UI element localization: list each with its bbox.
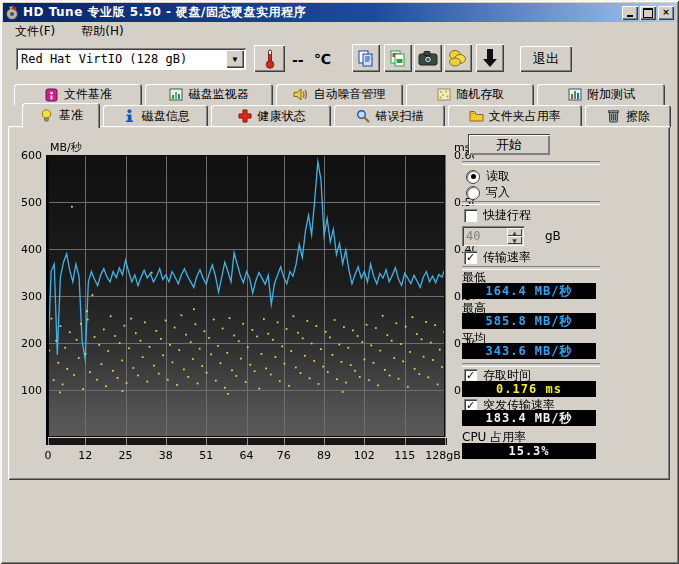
tab-folder-usage[interactable]: 文件夹占用率 [448,105,583,127]
tab-disk-monitor[interactable]: 磁盘监视器 [145,84,273,105]
transfer-rate-row[interactable]: ✓ 传输速率 [464,249,531,266]
short-stroke-label: 快捷行程 [483,207,531,224]
app-icon [5,6,19,20]
tab-label: 健康状态 [257,108,305,125]
maximize-icon [643,8,653,18]
start-button[interactable]: 开始 [468,134,550,155]
tab-error-scan[interactable]: 错误扫描 [334,105,444,127]
close-icon: × [662,8,670,17]
access-time-display: 0.176 ms [462,381,596,397]
tab-erase[interactable]: 擦除 [585,105,671,127]
tab-label: 擦除 [626,108,650,125]
tab-benchmark[interactable]: 基准 [22,103,100,128]
menu-bar: 文件(F) 帮助(H) [3,22,676,40]
tab-label: 附加测试 [587,86,635,103]
minimize-button[interactable] [622,6,638,20]
down-arrow-icon [482,48,498,68]
stepper-up-icon[interactable]: ▲ [507,228,522,236]
cpu-usage-display: 15.3% [462,443,596,459]
write-radio[interactable] [466,186,480,200]
tab-file-benchmark[interactable]: 文件基准 [14,84,142,105]
tab-random-access[interactable]: 随机存取 [406,84,534,105]
drive-select[interactable]: Red Hat VirtIO (128 gB) ▼ [16,48,246,70]
tab-row-secondary: 文件基准 磁盘监视器 自动噪音管理 随机存取 附加测试 [14,84,665,105]
coins-icon [448,49,468,67]
health-cross-icon [237,109,252,123]
copy-image-button[interactable] [384,44,412,72]
benchmark-chart [14,140,474,462]
chevron-down-icon[interactable]: ▼ [226,50,244,68]
capacity-unit: gB [545,229,561,243]
separator [462,161,600,165]
transfer-rate-label: 传输速率 [483,249,531,266]
temperature-value: -- [292,52,304,68]
short-stroke-row[interactable]: 快捷行程 [464,207,531,224]
file-benchmark-icon [44,88,59,102]
tab-label: 磁盘监视器 [189,86,249,103]
title-bar[interactable]: HD Tune 专业版 5.50 - 硬盘/固态硬盘实用程序 × [3,3,676,22]
tab-label: 文件基准 [64,86,112,103]
drive-select-value: Red Hat VirtIO (128 gB) [16,52,224,66]
tab-disk-info[interactable]: 磁盘信息 [103,105,208,127]
close-button[interactable]: × [658,6,674,20]
speaker-icon [293,88,308,102]
stepper-down-icon[interactable]: ▼ [507,236,522,244]
tab-label: 基准 [59,107,83,124]
disk-monitor-icon [169,88,184,102]
max-speed-display: 585.8 MB/秒 [462,313,596,329]
tab-label: 错误扫描 [375,108,423,125]
tab-label: 随机存取 [456,86,504,103]
temperature-unit: ℃ [314,51,331,67]
copy-image-icon [389,49,407,67]
copy-icon [357,49,375,67]
read-radio-label: 读取 [486,168,510,185]
read-radio[interactable] [466,170,480,184]
avg-speed-display: 343.6 MB/秒 [462,343,596,359]
info-icon [122,109,137,123]
download-button[interactable] [476,44,504,72]
separator [462,201,600,205]
trash-icon [606,109,621,123]
menu-help[interactable]: 帮助(H) [77,22,127,41]
random-access-icon [436,88,451,102]
maximize-button[interactable] [640,6,656,20]
screenshot-button[interactable] [414,44,442,72]
transfer-rate-checkbox[interactable]: ✓ [464,251,477,264]
capacity-stepper[interactable]: 40 ▲▼ [462,226,524,246]
extra-tests-icon [567,88,582,102]
exit-button[interactable]: 退出 [520,46,572,72]
write-radio-row[interactable]: 写入 [466,184,510,201]
capacity-value: 40 [462,229,507,243]
write-radio-label: 写入 [486,184,510,201]
read-radio-row[interactable]: 读取 [466,168,510,185]
menu-file[interactable]: 文件(F) [11,22,59,41]
short-stroke-checkbox[interactable] [464,209,477,222]
tab-extra-tests[interactable]: 附加测试 [537,84,665,105]
copy-text-button[interactable] [352,44,380,72]
tab-health[interactable]: 健康状态 [211,105,331,127]
tab-row-primary: 基准 磁盘信息 健康状态 错误扫描 文件夹占用率 [22,105,671,127]
tab-aam[interactable]: 自动噪音管理 [276,84,404,105]
tab-label: 磁盘信息 [142,108,190,125]
magnifier-icon [355,109,370,123]
min-speed-display: 164.4 MB/秒 [462,283,596,299]
thermometer-icon [264,49,276,69]
tab-label: 自动噪音管理 [313,86,385,103]
minimize-icon [627,15,633,17]
burst-rate-display: 183.4 MB/秒 [462,410,596,426]
temperature-button[interactable] [254,45,285,72]
window-title: HD Tune 专业版 5.50 - 硬盘/固态硬盘实用程序 [23,4,620,21]
app-window: HD Tune 专业版 5.50 - 硬盘/固态硬盘实用程序 × 文件(F) 帮… [0,0,679,564]
folder-icon [469,109,484,123]
tab-label: 文件夹占用率 [489,108,561,125]
bulb-icon [39,109,54,123]
save-results-button[interactable] [444,44,472,72]
camera-icon [418,50,438,66]
